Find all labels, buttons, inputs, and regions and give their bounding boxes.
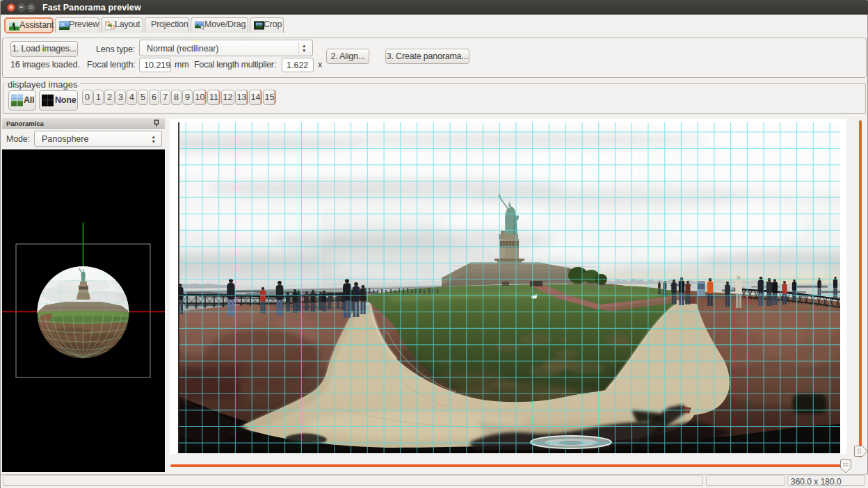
svg-text:GL: GL <box>60 22 65 26</box>
